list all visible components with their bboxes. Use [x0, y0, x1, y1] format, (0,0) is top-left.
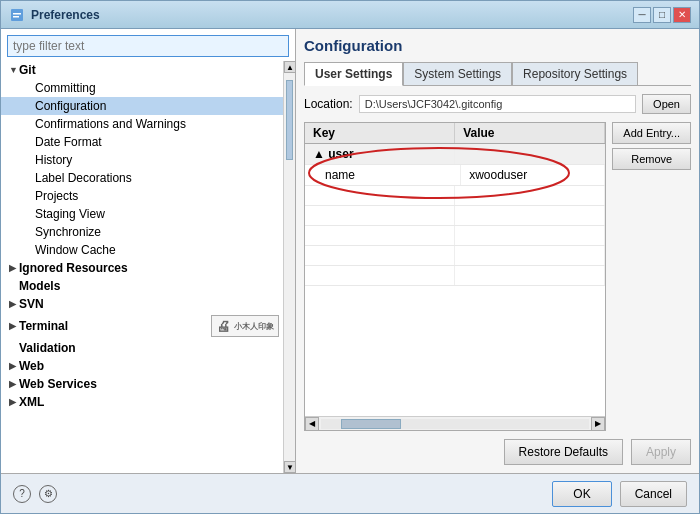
tree-item-webservices[interactable]: ▶ Web Services: [1, 375, 283, 393]
tree-content: ▼ Git Committing Configuration Confirmat…: [1, 61, 283, 473]
footer-icons: ? ⚙: [13, 485, 57, 503]
spacer2: [25, 101, 35, 111]
config-title: Configuration: [304, 37, 691, 54]
scroll-h-thumb[interactable]: [341, 419, 401, 429]
tab-user-settings[interactable]: User Settings: [304, 62, 403, 86]
tree-label-terminal: Terminal: [19, 319, 68, 333]
tree-label-models: Models: [19, 279, 60, 293]
open-button[interactable]: Open: [642, 94, 691, 114]
watermark-box: 🖨 小木人印象: [211, 315, 279, 337]
ok-button[interactable]: OK: [552, 481, 611, 507]
tree-item-dateformat[interactable]: Date Format: [1, 133, 283, 151]
expand-arrow-webservices: ▶: [9, 379, 19, 389]
expand-arrow-ignored: ▶: [9, 263, 19, 273]
table-cell-user-value: [455, 144, 605, 164]
search-input[interactable]: [7, 35, 289, 57]
table-row-empty-2: [305, 206, 605, 226]
minimize-button[interactable]: ─: [633, 7, 651, 23]
window-icon: [9, 7, 25, 23]
remove-button[interactable]: Remove: [612, 148, 691, 170]
scroll-up-arrow[interactable]: ▲: [284, 61, 295, 73]
spacer6: [25, 173, 35, 183]
tree-item-xml[interactable]: ▶ XML: [1, 393, 283, 411]
tree-item-confirmations[interactable]: Confirmations and Warnings: [1, 115, 283, 133]
svg-rect-2: [13, 16, 19, 18]
expand-arrow-svn: ▶: [9, 299, 19, 309]
tree-item-committing[interactable]: Committing: [1, 79, 283, 97]
table-row-empty-5: [305, 266, 605, 286]
tree-item-labeldecorations[interactable]: Label Decorations: [1, 169, 283, 187]
expand-arrow-terminal: ▶: [9, 321, 19, 331]
tree-item-projects[interactable]: Projects: [1, 187, 283, 205]
spacer: [25, 83, 35, 93]
help-icon[interactable]: ?: [13, 485, 31, 503]
main-content: ▼ Git Committing Configuration Confirmat…: [1, 29, 699, 473]
spacer5: [25, 155, 35, 165]
spacer8: [25, 209, 35, 219]
tree-item-validation[interactable]: Validation: [1, 339, 283, 357]
tree-label-synchronize: Synchronize: [35, 225, 101, 239]
add-entry-button[interactable]: Add Entry...: [612, 122, 691, 144]
tree-scrollbar[interactable]: ▲ ▼: [283, 61, 295, 473]
tree-label-projects: Projects: [35, 189, 78, 203]
tree-item-svn[interactable]: ▶ SVN: [1, 295, 283, 313]
spacer3: [25, 119, 35, 129]
scroll-right-arrow[interactable]: ▶: [591, 417, 605, 431]
location-input[interactable]: [359, 95, 636, 113]
scroll-left-arrow[interactable]: ◀: [305, 417, 319, 431]
right-panel: Configuration User Settings System Setti…: [296, 29, 699, 473]
location-label: Location:: [304, 97, 353, 111]
tab-repository-settings[interactable]: Repository Settings: [512, 62, 638, 85]
maximize-button[interactable]: □: [653, 7, 671, 23]
tree-label-stagingview: Staging View: [35, 207, 105, 221]
cancel-button[interactable]: Cancel: [620, 481, 687, 507]
tree-label-windowcache: Window Cache: [35, 243, 116, 257]
table-row-name[interactable]: name xwooduser: [305, 165, 605, 186]
table-cell-name-value: xwooduser: [461, 165, 605, 185]
tabs-container: User Settings System Settings Repository…: [304, 62, 691, 86]
spacer-validation: [9, 343, 19, 353]
tree-label-history: History: [35, 153, 72, 167]
table-horizontal-scrollbar[interactable]: ◀ ▶: [305, 416, 605, 430]
tree-item-configuration[interactable]: Configuration: [1, 97, 283, 115]
tree-label-xml: XML: [19, 395, 44, 409]
tree-item-synchronize[interactable]: Synchronize: [1, 223, 283, 241]
window-controls: ─ □ ✕: [633, 7, 691, 23]
settings-icon[interactable]: ⚙: [39, 485, 57, 503]
tree-label-validation: Validation: [19, 341, 76, 355]
svg-rect-1: [13, 13, 21, 15]
tree-item-history[interactable]: History: [1, 151, 283, 169]
tree-label-labeldecorations: Label Decorations: [35, 171, 132, 185]
scroll-thumb-vertical[interactable]: [286, 80, 293, 160]
watermark-icon: 🖨: [216, 318, 230, 334]
table-row-user-group[interactable]: ▲ user: [305, 144, 605, 165]
table-row-empty-3: [305, 226, 605, 246]
restore-defaults-button[interactable]: Restore Defaults: [504, 439, 623, 465]
scroll-down-arrow[interactable]: ▼: [284, 461, 295, 473]
expand-arrow-web: ▶: [9, 361, 19, 371]
tree-item-web[interactable]: ▶ Web: [1, 357, 283, 375]
tab-system-settings[interactable]: System Settings: [403, 62, 512, 85]
tree-label-git: Git: [19, 63, 36, 77]
table-row-empty-4: [305, 246, 605, 266]
scroll-track[interactable]: [321, 419, 589, 429]
tree-item-stagingview[interactable]: Staging View: [1, 205, 283, 223]
table-with-buttons: Key Value ▲ user: [304, 122, 691, 431]
location-row: Location: Open: [304, 94, 691, 114]
tree-item-models[interactable]: Models: [1, 277, 283, 295]
expand-arrow-xml: ▶: [9, 397, 19, 407]
watermark-text: 小木人印象: [234, 321, 274, 332]
tree-item-ignoredresources[interactable]: ▶ Ignored Resources: [1, 259, 283, 277]
tree-item-git[interactable]: ▼ Git: [1, 61, 283, 79]
apply-button[interactable]: Apply: [631, 439, 691, 465]
preferences-window: Preferences ─ □ ✕ ▼ Git: [0, 0, 700, 514]
tree-label-committing: Committing: [35, 81, 96, 95]
bottom-buttons: Restore Defaults Apply: [304, 439, 691, 465]
close-button[interactable]: ✕: [673, 7, 691, 23]
spacer9: [25, 227, 35, 237]
table-header: Key Value: [305, 123, 605, 144]
tree-item-windowcache[interactable]: Window Cache: [1, 241, 283, 259]
tree-label-dateformat: Date Format: [35, 135, 102, 149]
tree-item-terminal[interactable]: ▶ Terminal 🖨 小木人印象: [1, 313, 283, 339]
footer-right-buttons: OK Cancel: [552, 481, 687, 507]
